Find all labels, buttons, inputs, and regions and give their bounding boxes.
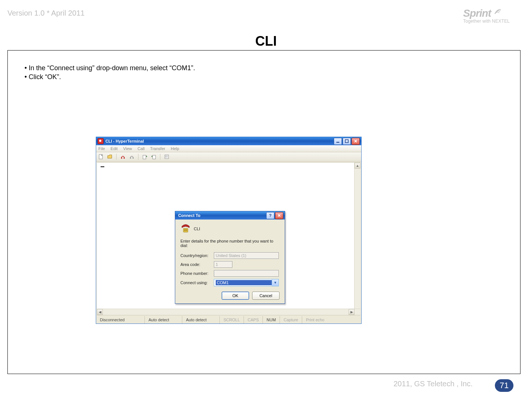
menu-transfer[interactable]: Transfer <box>150 146 165 151</box>
svg-rect-10 <box>166 156 166 156</box>
dialog-body: CLI Enter details for the phone number t… <box>175 220 285 303</box>
status-capture: Capture <box>280 316 302 324</box>
horizontal-scrollbar[interactable]: ◀ ▶ <box>97 309 360 315</box>
scroll-up-button[interactable]: ▲ <box>355 163 360 169</box>
menu-edit[interactable]: Edit <box>111 146 118 151</box>
send-icon[interactable] <box>141 153 148 160</box>
open-file-icon[interactable] <box>107 153 113 160</box>
svg-rect-8 <box>153 155 156 159</box>
dialog-connection-name: CLI <box>194 227 200 231</box>
svg-rect-0 <box>336 142 339 143</box>
connect-using-value: COM1 <box>216 280 272 285</box>
properties-icon[interactable] <box>163 153 170 160</box>
receive-icon[interactable] <box>150 153 157 160</box>
new-file-icon[interactable] <box>98 153 104 160</box>
sprint-tagline: Together with NEXTEL <box>463 19 510 24</box>
text-cursor <box>101 166 104 167</box>
phone-number-label: Phone number: <box>180 271 214 276</box>
terminal-client-area[interactable]: ▲ ▼ ◀ ▶ Connect To ? <box>97 162 360 315</box>
hyperterminal-statusbar: Disconnected Auto detect Auto detect SCR… <box>96 316 361 324</box>
maximize-button[interactable] <box>343 138 351 145</box>
minimize-button[interactable] <box>334 138 342 145</box>
sprint-brand-text: Sprint <box>463 7 491 19</box>
hyperterminal-window-title: CLI - HyperTerminal <box>105 139 334 143</box>
toolbar-separator <box>160 154 160 160</box>
area-code-field <box>214 261 232 268</box>
menu-call[interactable]: Call <box>138 146 145 151</box>
dialog-help-button[interactable]: ? <box>266 212 274 219</box>
svg-point-14 <box>185 229 186 230</box>
svg-point-13 <box>184 229 185 230</box>
svg-point-17 <box>185 230 186 231</box>
svg-point-15 <box>186 229 187 230</box>
document-page: Version 1.0 * April 2011 Sprint Together… <box>0 0 532 403</box>
menu-help[interactable]: Help <box>171 146 179 151</box>
instructions: • In the “Connect using” drop-down menu,… <box>25 64 195 81</box>
vertical-scrollbar[interactable]: ▲ ▼ <box>354 163 360 315</box>
phone-number-field <box>214 270 279 277</box>
connect-using-label: Connect using: <box>180 280 214 285</box>
area-code-label: Area code: <box>180 262 214 267</box>
svg-rect-1 <box>345 140 348 143</box>
svg-rect-9 <box>165 155 169 159</box>
svg-rect-6 <box>133 157 134 159</box>
status-detect-1: Auto detect <box>145 316 182 324</box>
status-scroll: SCROLL <box>220 316 244 324</box>
status-printecho: Print echo <box>302 316 328 324</box>
connect-icon[interactable] <box>120 153 126 160</box>
status-num: NUM <box>263 316 280 324</box>
dialog-close-button[interactable] <box>275 212 283 219</box>
sprint-logo: Sprint Together with NEXTEL <box>463 7 510 24</box>
svg-rect-11 <box>166 157 166 157</box>
toolbar-separator <box>138 154 138 160</box>
connect-using-select[interactable]: COM1 ▼ <box>214 279 279 286</box>
dialog-title: Connect To <box>177 213 265 218</box>
close-button[interactable] <box>352 138 360 145</box>
hyperterminal-toolbar <box>96 152 361 162</box>
chevron-down-icon[interactable]: ▼ <box>272 279 278 286</box>
hyperterminal-titlebar[interactable]: CLI - HyperTerminal <box>96 137 361 145</box>
svg-point-16 <box>184 230 185 231</box>
dialog-titlebar[interactable]: Connect To ? <box>175 211 285 220</box>
svg-rect-7 <box>143 155 146 159</box>
page-number-badge: 71 <box>495 379 513 392</box>
version-line: Version 1.0 * April 2011 <box>7 9 85 17</box>
sprint-fan-icon <box>494 8 502 14</box>
scroll-left-button[interactable]: ◀ <box>97 309 103 315</box>
status-caps: CAPS <box>244 316 263 324</box>
footer-copyright: 2011, GS Teletech , Inc. <box>394 380 473 388</box>
hyperterminal-menubar[interactable]: File Edit View Call Transfer Help <box>96 145 361 152</box>
menu-view[interactable]: View <box>123 146 132 151</box>
phone-icon <box>180 224 191 234</box>
cancel-button[interactable]: Cancel <box>252 292 280 300</box>
hyperterminal-window: CLI - HyperTerminal File Edit View Call … <box>96 137 362 324</box>
svg-rect-5 <box>130 157 131 159</box>
hyperterminal-app-icon <box>98 138 104 144</box>
ok-button[interactable]: OK <box>222 292 249 300</box>
svg-rect-3 <box>121 157 122 159</box>
country-field <box>214 252 279 259</box>
toolbar-separator <box>116 154 117 160</box>
disconnect-icon[interactable] <box>128 153 135 160</box>
page-title: CLI <box>0 33 532 49</box>
connect-to-dialog: Connect To ? <box>175 211 285 304</box>
menu-file[interactable]: File <box>98 146 105 151</box>
dialog-prompt: Enter details for the phone number that … <box>180 239 280 248</box>
country-label: Country/region: <box>180 253 214 258</box>
status-connection: Disconnected <box>96 316 145 324</box>
instruction-line-2: • Click “OK”. <box>25 72 195 81</box>
svg-point-18 <box>186 230 187 231</box>
scroll-right-button[interactable]: ▶ <box>349 309 355 315</box>
svg-rect-4 <box>124 157 125 159</box>
status-detect-2: Auto detect <box>182 316 220 324</box>
instruction-line-1: • In the “Connect using” drop-down menu,… <box>25 64 195 72</box>
